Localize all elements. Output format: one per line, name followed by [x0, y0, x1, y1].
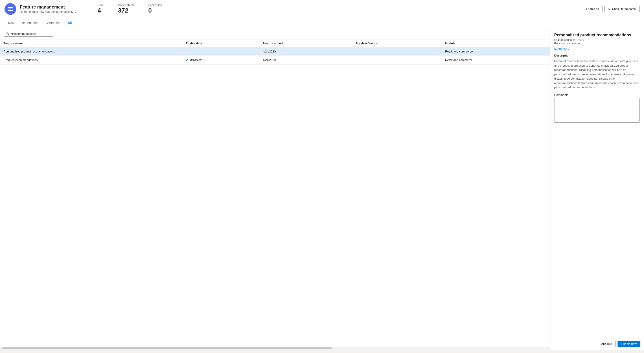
page-title: Feature management	[20, 4, 76, 10]
chevron-down-icon: ∨	[74, 10, 76, 13]
search-icon: 🔍	[6, 32, 10, 35]
col-feature-added[interactable]: Feature added ↓	[259, 39, 352, 47]
cell-module: Retail and commerce	[442, 47, 550, 56]
stats-section: New 4 Not enabled 372 Scheduled 0	[90, 3, 170, 14]
cell-preview-feature	[352, 56, 442, 65]
table-row[interactable]: Product recommendations ✓ 8/14/2020 4/24…	[0, 56, 550, 65]
subtitle-text: Do not enable new features automatically	[20, 10, 73, 13]
stat-new-value: 4	[98, 7, 103, 14]
cell-enable-date: ✓ 8/14/2020	[182, 56, 259, 65]
header-actions: Enable all ↻ Check for updates	[582, 5, 640, 12]
refresh-icon: ↻	[608, 7, 610, 10]
comments-textarea[interactable]	[554, 98, 640, 123]
sort-desc-icon: ↓	[284, 42, 286, 45]
stat-new: New 4	[90, 3, 110, 14]
title-block: Feature management Do not enable new fea…	[20, 4, 76, 13]
stat-not-enabled-label: Not enabled	[118, 3, 134, 7]
detail-title: Personalized product recommendations	[554, 33, 640, 37]
svg-rect-1	[8, 8, 13, 9]
col-enable-date[interactable]: Enable date	[182, 39, 259, 47]
enable-all-button[interactable]: Enable all	[582, 5, 602, 12]
svg-rect-2	[8, 10, 13, 11]
stat-scheduled-label: Scheduled	[148, 3, 162, 7]
detail-content: Personalized product recommendations Fea…	[550, 28, 644, 338]
description-section-title: Description	[554, 54, 640, 57]
tab-scheduled[interactable]: Scheduled	[42, 18, 64, 28]
detail-panel: Personalized product recommendations Fea…	[550, 28, 644, 350]
check-circle-icon: ✓	[186, 58, 188, 62]
search-input-wrapper[interactable]: 🔍	[4, 31, 53, 36]
cell-feature-added: 4/24/2020	[259, 47, 352, 56]
table-wrapper: Feature name ↑ Enable date Feature added…	[0, 39, 550, 347]
detail-module: Retail and commerce	[554, 42, 640, 45]
check-updates-label: Check for updates	[612, 7, 636, 10]
col-feature-name[interactable]: Feature name ↑	[0, 39, 182, 47]
search-bar: 🔍	[0, 28, 550, 39]
main-content: 🔍 Feature name ↑ Enable date	[0, 28, 644, 350]
features-table: Feature name ↑ Enable date Feature added…	[0, 39, 550, 65]
logo-icon	[7, 6, 14, 12]
detail-footer: Schedule Enable now	[550, 338, 644, 350]
cell-preview-feature	[352, 47, 442, 56]
cell-feature-name: Product recommendations	[0, 56, 182, 65]
detail-description: Personalization allows the system to ass…	[554, 59, 640, 90]
cell-module: Retail and commerce	[442, 56, 550, 65]
subtitle-dropdown[interactable]: Do not enable new features automatically…	[20, 10, 76, 13]
tabs-bar: New Not enabled Scheduled All	[0, 18, 644, 28]
cell-enable-date	[182, 47, 259, 56]
header: Feature management Do not enable new fea…	[0, 0, 644, 18]
stat-scheduled-value: 0	[148, 7, 162, 14]
horizontal-scrollbar[interactable]	[0, 347, 550, 350]
col-preview-feature[interactable]: Preview feature	[352, 39, 442, 47]
cell-feature-name: Personalized product recommendations	[0, 47, 182, 56]
learn-more-link[interactable]: Learn more	[554, 47, 569, 50]
list-panel: 🔍 Feature name ↑ Enable date	[0, 28, 550, 350]
tab-all[interactable]: All	[64, 18, 76, 28]
tab-new[interactable]: New	[4, 18, 18, 28]
stat-not-enabled-value: 372	[118, 7, 134, 14]
tab-not-enabled[interactable]: Not enabled	[18, 18, 42, 28]
cell-feature-added: 4/24/2020	[259, 56, 352, 65]
stat-new-label: New	[98, 3, 103, 7]
search-input[interactable]	[11, 32, 50, 35]
scrollbar-thumb	[2, 348, 332, 349]
comments-label: Comments	[554, 93, 640, 97]
col-module[interactable]: Module	[442, 39, 550, 47]
stat-scheduled: Scheduled 0	[141, 3, 170, 14]
table-row[interactable]: Personalized product recommendations 4/2…	[0, 47, 550, 56]
sort-asc-icon: ↑	[24, 42, 25, 45]
stat-not-enabled: Not enabled 372	[111, 3, 141, 14]
detail-feature-added: Feature added 4/24/2020	[554, 38, 640, 41]
enable-now-button[interactable]: Enable now	[618, 341, 640, 347]
schedule-button[interactable]: Schedule	[596, 341, 616, 347]
svg-rect-0	[8, 7, 13, 8]
table-header-row: Feature name ↑ Enable date Feature added…	[0, 39, 550, 47]
app-logo	[4, 3, 16, 15]
check-updates-button[interactable]: ↻ Check for updates	[604, 5, 640, 12]
